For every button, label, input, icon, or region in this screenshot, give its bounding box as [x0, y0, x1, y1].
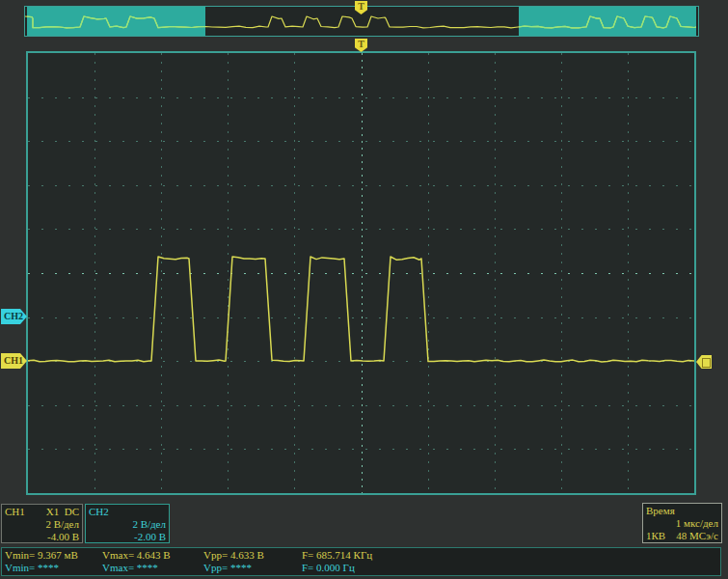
timebase-title: Время	[646, 505, 718, 517]
timebase-box[interactable]: Время 1 мкс/дел 1КВ 48 МСэ/с	[642, 503, 722, 543]
ch2-zero-level-marker[interactable]: CH2	[1, 309, 27, 324]
ch2-scale: 2 В/дел	[89, 518, 166, 531]
ch1-zero-level-marker[interactable]: CH1	[1, 353, 27, 369]
ch1-settings-box[interactable]: CH1 X1 DC 2 В/дел -4.00 В	[1, 504, 83, 543]
sample-rate: 48 МСэ/с	[676, 530, 718, 542]
ch2-settings-box[interactable]: CH2 2 В/дел -2.00 В	[85, 504, 170, 543]
trigger-position-marker[interactable]: T	[355, 39, 367, 52]
ch2-vmax: Vmax= ****	[102, 562, 158, 574]
ch1-measurements-row: Vmin= 9.367 мВ Vmax= 4.643 В Vpp= 4.633 …	[2, 549, 720, 562]
ch1-vmin: Vmin= 9.367 мВ	[5, 549, 78, 562]
ch1-offset: -4.00 В	[5, 531, 79, 543]
ch1-trace	[28, 53, 694, 493]
ch1-label: CH1	[5, 506, 25, 518]
ch2-measurements-row: Vmin= **** Vmax= **** Vpp= **** F= 0.000…	[2, 562, 720, 574]
ch2-label: CH2	[89, 506, 109, 518]
ch2-vmin: Vmin= ****	[5, 562, 59, 574]
ch2-freq: F= 0.000 Гц	[302, 562, 355, 574]
waveform-display[interactable]	[26, 51, 696, 495]
ch1-freq: F= 685.714 КГц	[302, 549, 372, 562]
trigger-level-marker[interactable]	[696, 355, 712, 369]
timebase-scale: 1 мкс/дел	[646, 517, 718, 530]
oscilloscope-app: { "app": { "trigger_symbol": "T" }, "col…	[0, 0, 728, 579]
ch2-offset: -2.00 В	[89, 531, 166, 543]
ch1-scale: 2 В/дел	[5, 518, 79, 531]
measurements-panel[interactable]: Vmin= 9.367 мВ Vmax= 4.643 В Vpp= 4.633 …	[1, 547, 721, 576]
ch1-probe-coupling: X1 DC	[46, 506, 79, 518]
ch1-vpp: Vpp= 4.633 В	[203, 549, 264, 562]
ch1-vmax: Vmax= 4.643 В	[102, 549, 171, 562]
ch2-vpp: Vpp= ****	[203, 562, 252, 574]
memory-depth: 1КВ	[646, 530, 665, 542]
